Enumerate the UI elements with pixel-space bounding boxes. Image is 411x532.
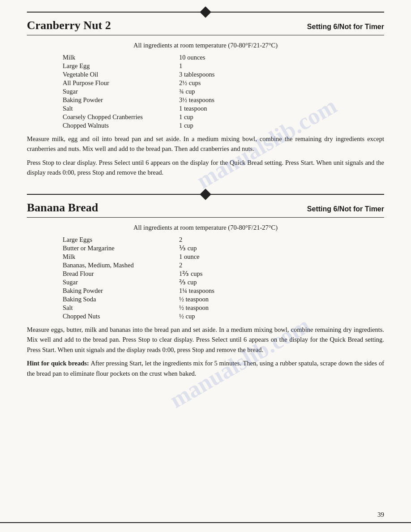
divider-line-left (27, 12, 201, 13)
ingredient-amount: ⅔ cup (179, 279, 246, 286)
ingredient-amount: 1 teaspoon (179, 105, 246, 112)
ingredient-name: Vegetable Oil (63, 71, 179, 78)
ingredient-row: All Purpose Flour2½ cups (63, 79, 384, 87)
ingredient-row: Milk1 ounce (63, 253, 384, 261)
ingredient-row: Salt½ teaspoon (63, 304, 384, 312)
page: manualslib.com manualslib.com Cranberry … (0, 0, 411, 532)
cranberry-setting: Setting 6/Not for Timer (307, 23, 384, 31)
banana-instructions: Measure eggs, butter, milk and bananas i… (27, 325, 384, 378)
cranberry-instructions: Measure milk, egg and oil into bread pan… (27, 134, 384, 178)
ingredient-amount: 10 ounces (179, 54, 246, 61)
cranberry-temp-note: All ingredients at room temperature (70-… (27, 42, 384, 49)
ingredient-name: Chopped Walnuts (63, 122, 179, 129)
instruction-paragraph: Press Stop to clear display. Press Selec… (27, 158, 384, 178)
ingredient-amount: ½ teaspoon (179, 304, 246, 312)
ingredient-name: Salt (63, 304, 179, 312)
banana-ingredients: Large Eggs2Butter or Margarine⅓ cupMilk1… (27, 236, 384, 320)
hint-bold: Hint for quick breads: (27, 360, 91, 367)
ingredient-name: Baking Powder (63, 96, 179, 104)
ingredient-row: Large Egg1 (63, 62, 384, 70)
ingredient-row: Baking Soda½ teaspoon (63, 296, 384, 303)
ingredient-name: All Purpose Flour (63, 79, 179, 87)
cranberry-section-divider (27, 0, 384, 16)
instruction-paragraph: Measure eggs, butter, milk and bananas i… (27, 325, 384, 355)
ingredient-name: Large Eggs (63, 236, 179, 244)
ingredient-row: Butter or Margarine⅓ cup (63, 245, 384, 252)
instruction-paragraph: Measure milk, egg and oil into bread pan… (27, 134, 384, 154)
ingredient-row: Large Eggs2 (63, 236, 384, 244)
ingredient-name: Bread Flour (63, 270, 179, 278)
divider-line-right (210, 12, 384, 13)
ingredient-name: Sugar (63, 88, 179, 95)
banana-temp-note: All ingredients at room temperature (70-… (27, 224, 384, 232)
divider-line-left-2 (27, 194, 201, 195)
banana-title: Banana Bread (27, 201, 98, 215)
ingredient-amount: 2½ cups (179, 79, 246, 87)
ingredient-row: Sugar⅔ cup (63, 279, 384, 286)
ingredient-row: Vegetable Oil3 tablespoons (63, 71, 384, 78)
bottom-line (0, 522, 411, 523)
banana-setting: Setting 6/Not for Timer (307, 205, 384, 213)
ingredient-amount: 1¼ teaspoons (179, 287, 246, 295)
ingredient-name: Milk (63, 253, 179, 261)
ingredient-amount: 3½ teaspoons (179, 96, 246, 104)
diamond-icon-2 (200, 189, 211, 200)
ingredient-amount: 1 cup (179, 122, 246, 129)
ingredient-amount: ¾ cup (179, 88, 246, 95)
ingredient-name: Chopped Nuts (63, 313, 179, 320)
ingredient-name: Sugar (63, 279, 179, 286)
ingredient-name: Butter or Margarine (63, 245, 179, 252)
ingredient-amount: 1⅔ cups (179, 270, 246, 278)
diamond-icon (200, 6, 211, 17)
ingredient-row: Sugar¾ cup (63, 88, 384, 95)
ingredient-row: Baking Powder3½ teaspoons (63, 96, 384, 104)
ingredient-amount: 2 (179, 262, 246, 269)
ingredient-amount: ⅓ cup (179, 245, 246, 252)
banana-section-divider (27, 182, 384, 198)
ingredient-name: Coarsely Chopped Cranberries (63, 113, 179, 121)
ingredient-row: Chopped Nuts½ cup (63, 313, 384, 320)
cranberry-title: Cranberry Nut 2 (27, 19, 111, 32)
ingredient-row: Bread Flour1⅔ cups (63, 270, 384, 278)
ingredient-name: Salt (63, 105, 179, 112)
ingredient-row: Coarsely Chopped Cranberries1 cup (63, 113, 384, 121)
ingredient-row: Baking Powder1¼ teaspoons (63, 287, 384, 295)
ingredient-amount: 2 (179, 236, 246, 244)
ingredient-row: Bananas, Medium, Mashed2 (63, 262, 384, 269)
ingredient-row: Milk10 ounces (63, 54, 384, 61)
ingredient-amount: 1 (179, 62, 246, 70)
ingredient-row: Chopped Walnuts1 cup (63, 122, 384, 129)
instruction-paragraph: Hint for quick breads: After pressing St… (27, 358, 384, 378)
ingredient-amount: 1 cup (179, 113, 246, 121)
ingredient-name: Baking Soda (63, 296, 179, 303)
cranberry-ingredients: Milk10 ouncesLarge Egg1Vegetable Oil3 ta… (27, 54, 384, 129)
ingredient-row: Salt1 teaspoon (63, 105, 384, 112)
divider-line-right-2 (210, 194, 384, 195)
page-number: 39 (377, 511, 384, 519)
ingredient-name: Bananas, Medium, Mashed (63, 262, 179, 269)
ingredient-amount: ½ cup (179, 313, 246, 320)
ingredient-amount: ½ teaspoon (179, 296, 246, 303)
ingredient-amount: 3 tablespoons (179, 71, 246, 78)
ingredient-amount: 1 ounce (179, 253, 246, 261)
ingredient-name: Baking Powder (63, 287, 179, 295)
ingredient-name: Large Egg (63, 62, 179, 70)
ingredient-name: Milk (63, 54, 179, 61)
cranberry-section-header: Cranberry Nut 2 Setting 6/Not for Timer (27, 19, 384, 35)
banana-section-header: Banana Bread Setting 6/Not for Timer (27, 201, 384, 218)
